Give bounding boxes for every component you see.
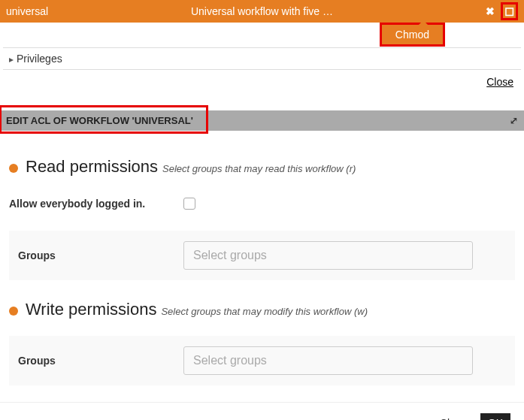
acl-header: EDIT ACL OF WORKFLOW 'UNIVERSAL' ⤢: [0, 110, 524, 131]
bullet-icon: [9, 164, 18, 173]
read-groups-row: Groups Select groups: [9, 231, 515, 280]
allow-everybody-checkbox[interactable]: [183, 198, 195, 210]
collapse-icon[interactable]: ⤢: [510, 115, 518, 126]
expand-button-highlight: ◻: [501, 2, 518, 20]
read-groups-select[interactable]: Select groups: [183, 241, 473, 270]
write-subtitle: Select groups that may modify this workf…: [161, 306, 368, 317]
write-groups-label: Groups: [18, 355, 183, 367]
read-permissions-heading: Read permissions Select groups that may …: [9, 157, 515, 177]
chmod-popover[interactable]: Chmod: [380, 23, 445, 47]
expand-icon[interactable]: ◻: [504, 5, 514, 17]
bullet-icon: [9, 307, 18, 316]
write-groups-row: Groups Select groups: [9, 336, 515, 385]
allow-everybody-label: Allow everybody logged in.: [9, 198, 183, 210]
read-subtitle: Select groups that may read this workflo…: [162, 163, 356, 174]
caret-right-icon: ▸: [9, 54, 14, 65]
footer: Close OK: [0, 402, 524, 420]
read-groups-label: Groups: [18, 249, 183, 261]
privileges-panel-toggle[interactable]: ▸Privileges: [3, 47, 521, 70]
ok-button[interactable]: OK: [480, 413, 510, 420]
allow-everybody-row: Allow everybody logged in.: [9, 198, 515, 210]
privileges-label: Privileges: [17, 53, 62, 65]
read-title: Read permissions: [26, 157, 158, 177]
acl-header-title: EDIT ACL OF WORKFLOW 'UNIVERSAL': [6, 115, 510, 126]
titlebar: universal Universal workflow with five ……: [0, 0, 524, 23]
top-close-link[interactable]: Close: [3, 70, 521, 94]
write-title: Write permissions: [26, 300, 156, 319]
write-groups-select[interactable]: Select groups: [183, 346, 473, 375]
footer-close-link[interactable]: Close: [440, 417, 467, 420]
write-permissions-heading: Write permissions Select groups that may…: [9, 300, 515, 319]
chmod-label: Chmod: [395, 29, 429, 41]
titlebar-title: Universal workflow with five …: [0, 5, 524, 17]
titlebar-name: universal: [6, 5, 48, 17]
close-icon[interactable]: ✖: [486, 5, 495, 17]
